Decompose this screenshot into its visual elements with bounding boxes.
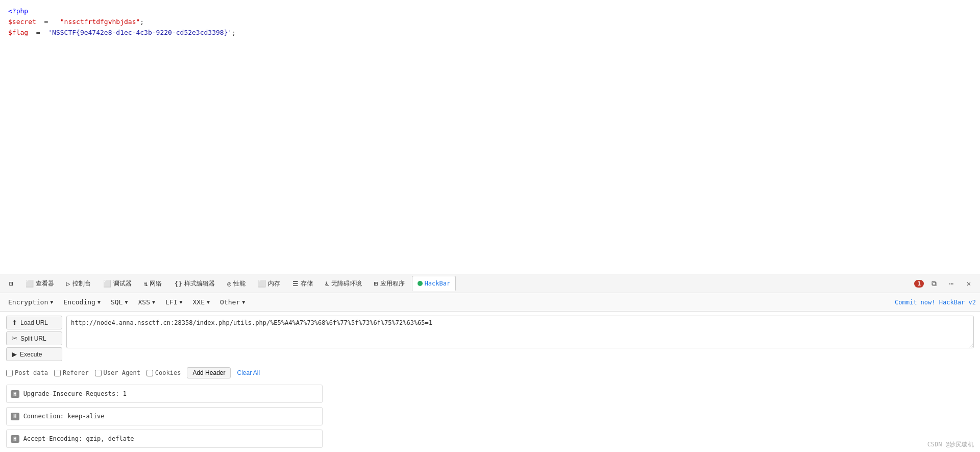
execute-icon: ▶ — [12, 350, 17, 358]
perf-icon: ◎ — [227, 280, 231, 288]
header-badge-1: H — [11, 390, 19, 398]
tab-debugger[interactable]: ⬜ 调试器 — [98, 276, 137, 291]
xss-arrow-icon: ▼ — [152, 299, 155, 305]
header-row-1: H Upgrade-Insecure-Requests: 1 — [6, 385, 323, 403]
lfi-menu[interactable]: LFI ▼ — [161, 297, 187, 307]
lfi-arrow-icon: ▼ — [179, 299, 182, 305]
hackbar-panel: ⬆ Load URL ✂ Split URL ▶ Execute http://… — [0, 312, 980, 452]
tab-network[interactable]: ⇅ 网络 — [139, 276, 167, 291]
style-icon: {} — [174, 280, 182, 288]
close-devtools-button[interactable]: ✕ — [962, 276, 976, 291]
other-menu[interactable]: Other ▼ — [216, 297, 249, 307]
header-text-2: Connection: keep-alive — [23, 413, 105, 420]
tab-accessibility[interactable]: ♿ 无障碍环境 — [320, 276, 367, 291]
add-header-button[interactable]: Add Header — [187, 367, 231, 378]
memory-icon: ⬜ — [258, 280, 266, 288]
tab-performance[interactable]: ◎ 性能 — [222, 276, 251, 291]
code-line-1: <?php — [8, 6, 972, 17]
responsive-design-button[interactable]: ⧉ — [927, 276, 941, 291]
url-input[interactable]: http://node4.anna.nssctf.cn:28358/index.… — [66, 316, 974, 348]
commit-now-link[interactable]: Commit now! HackBar v2 — [895, 299, 976, 306]
header-text-3: Accept-Encoding: gzip, deflate — [23, 435, 134, 442]
code-line-3: $flag = 'NSSCTF{9e4742e8-d1ec-4c3b-9220-… — [8, 28, 972, 38]
devtools-right-controls: 1 ⧉ ⋯ ✕ — [914, 276, 976, 291]
load-url-icon: ⬆ — [12, 319, 17, 326]
inspect-icon: ⊡ — [9, 280, 13, 288]
accessibility-icon: ♿ — [325, 280, 329, 288]
encoding-arrow-icon: ▼ — [97, 299, 101, 305]
cookies-checkbox-label[interactable]: Cookies — [146, 369, 181, 376]
post-data-checkbox-label[interactable]: Post data — [6, 369, 48, 376]
hackbar-dot-icon — [418, 281, 423, 286]
clear-all-button[interactable]: Clear All — [237, 369, 260, 376]
tab-memory[interactable]: ⬜ 内存 — [253, 276, 285, 291]
other-arrow-icon: ▼ — [242, 299, 245, 305]
split-url-button[interactable]: ✂ Split URL — [6, 331, 62, 345]
user-agent-checkbox-label[interactable]: User Agent — [95, 369, 140, 376]
xxe-arrow-icon: ▼ — [207, 299, 210, 305]
tab-application[interactable]: ⊞ 应用程序 — [369, 276, 410, 291]
devtools-bar: ⊡ ⬜ 查看器 ▷ 控制台 ⬜ 调试器 ⇅ 网络 {} 样式编辑器 ◎ 性能 ⬜… — [0, 274, 980, 293]
network-icon: ⇅ — [144, 280, 148, 288]
code-display: <?php $secret = "nssctfrtdfgvhbjdas"; $f… — [0, 0, 980, 274]
code-line-2: $secret = "nssctfrtdfgvhbjdas"; — [8, 17, 972, 28]
header-badge-3: H — [11, 435, 19, 443]
tab-hackbar[interactable]: HackBar — [412, 276, 456, 291]
more-tools-button[interactable]: ⋯ — [944, 276, 959, 291]
error-badge: 1 — [914, 280, 924, 288]
application-icon: ⊞ — [374, 280, 378, 288]
viewer-icon: ⬜ — [26, 280, 34, 288]
referer-checkbox[interactable] — [54, 370, 61, 376]
storage-icon: ☰ — [292, 280, 299, 288]
header-row-2: H Connection: keep-alive — [6, 407, 323, 425]
cookies-checkbox[interactable] — [146, 370, 153, 376]
sql-arrow-icon: ▼ — [125, 299, 128, 305]
tab-inspect[interactable]: ⊡ — [4, 276, 18, 291]
load-url-button[interactable]: ⬆ Load URL — [6, 316, 62, 329]
encryption-menu[interactable]: Encryption ▼ — [4, 297, 57, 307]
tab-style-editor[interactable]: {} 样式编辑器 — [169, 276, 220, 291]
debugger-icon: ⬜ — [103, 280, 111, 288]
hackbar-toolbar: Encryption ▼ Encoding ▼ SQL ▼ XSS ▼ LFI … — [0, 293, 980, 312]
xss-menu[interactable]: XSS ▼ — [134, 297, 159, 307]
encryption-arrow-icon: ▼ — [50, 299, 53, 305]
header-text-1: Upgrade-Insecure-Requests: 1 — [23, 390, 127, 397]
header-badge-2: H — [11, 413, 19, 420]
sql-menu[interactable]: SQL ▼ — [107, 297, 132, 307]
header-row-3: H Accept-Encoding: gzip, deflate — [6, 430, 323, 448]
watermark: CSDN @妙尻璇机 — [927, 440, 974, 449]
hackbar-top-row: ⬆ Load URL ✂ Split URL ▶ Execute http://… — [6, 316, 974, 361]
tab-storage[interactable]: ☰ 存储 — [287, 276, 318, 291]
hackbar-action-buttons: ⬆ Load URL ✂ Split URL ▶ Execute — [6, 316, 62, 361]
encoding-menu[interactable]: Encoding ▼ — [59, 297, 105, 307]
referer-checkbox-label[interactable]: Referer — [54, 369, 89, 376]
hackbar-options-row: Post data Referer User Agent Cookies Add… — [6, 365, 974, 380]
execute-button[interactable]: ▶ Execute — [6, 347, 62, 361]
console-icon: ▷ — [66, 280, 70, 288]
xxe-menu[interactable]: XXE ▼ — [189, 297, 214, 307]
tab-viewer[interactable]: ⬜ 查看器 — [20, 276, 59, 291]
post-data-checkbox[interactable] — [6, 370, 13, 376]
tab-console[interactable]: ▷ 控制台 — [61, 276, 96, 291]
user-agent-checkbox[interactable] — [95, 370, 102, 376]
split-url-icon: ✂ — [12, 335, 17, 342]
